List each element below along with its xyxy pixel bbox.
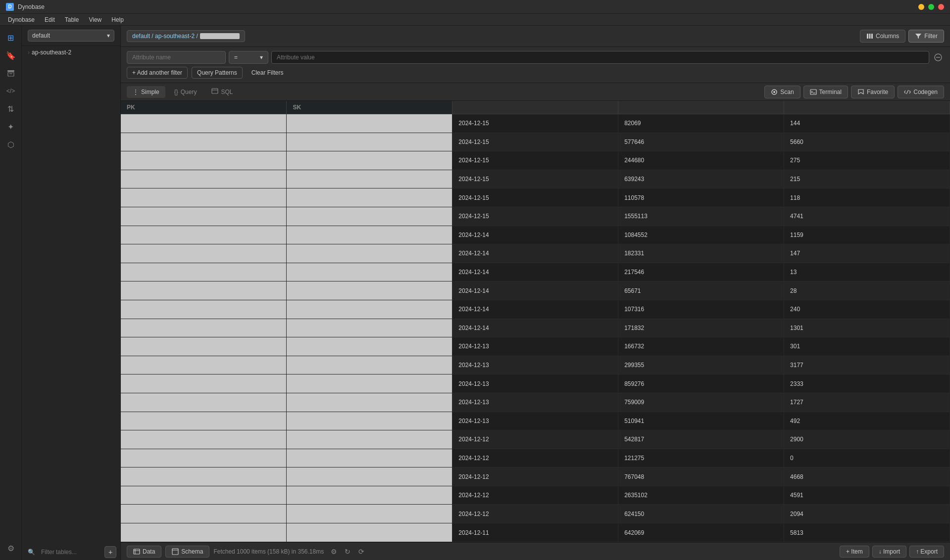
table-row[interactable]: 2024-12-14182331147 [121, 244, 950, 263]
cell-date: 2024-12-13 [452, 393, 618, 412]
table-row[interactable]: 2024-12-13510941492 [121, 412, 950, 430]
query-bar: ⋮ Simple {} Query SQL Scan T [121, 83, 950, 101]
plugin-icon[interactable]: ✦ [3, 119, 19, 135]
terminal-button[interactable]: Terminal [803, 86, 848, 98]
cell-date: 2024-12-15 [452, 133, 618, 151]
table-row[interactable]: 2024-12-138592762333 [121, 374, 950, 393]
settings-icon[interactable]: ⚙ [3, 540, 19, 556]
window-controls [918, 4, 944, 10]
cell-date: 2024-12-12 [452, 430, 618, 449]
table-row[interactable]: 2024-12-125428172900 [121, 430, 950, 449]
table-row[interactable]: 2024-12-1421754613 [121, 263, 950, 281]
tab-sql[interactable]: SQL [205, 85, 239, 98]
package-icon[interactable]: ⬡ [3, 137, 19, 152]
favorite-button[interactable]: Favorite [851, 86, 895, 98]
table-row[interactable]: 2024-12-146567128 [121, 281, 950, 300]
add-item-button[interactable]: + Item [840, 546, 869, 558]
cell-value2: 240 [784, 300, 950, 319]
refresh-status-icon[interactable]: ↻ [342, 546, 353, 558]
table-row[interactable]: 2024-12-155776465660 [121, 133, 950, 151]
table-row[interactable]: 2024-12-14107316240 [121, 300, 950, 319]
favorite-icon [857, 89, 864, 95]
archive-icon[interactable] [3, 65, 19, 81]
cell-date: 2024-12-13 [452, 337, 618, 356]
clear-filters-button[interactable]: Clear Filters [247, 67, 289, 78]
table-row[interactable]: 2024-12-1582069144 [121, 114, 950, 133]
remove-filter-button[interactable] [932, 51, 944, 63]
menu-dynobase[interactable]: Dynobase [4, 15, 39, 24]
codegen-icon [904, 89, 911, 95]
export-button[interactable]: ↑ Export [909, 546, 944, 558]
table-row[interactable]: 2024-12-126241502094 [121, 505, 950, 523]
attribute-name-input[interactable] [127, 51, 226, 64]
tab-simple[interactable]: ⋮ Simple [127, 86, 165, 98]
cell-value2: 2094 [784, 505, 950, 523]
table-row[interactable]: 2024-12-1515551134741 [121, 207, 950, 226]
filter-tables-input[interactable] [37, 547, 102, 558]
table-row[interactable]: 2024-12-116420695813 [121, 523, 950, 542]
cell-date: 2024-12-15 [452, 207, 618, 226]
code-icon[interactable]: </> [3, 83, 19, 99]
cell-value2: 144 [784, 114, 950, 133]
table-icon[interactable]: ⊞ [3, 30, 19, 46]
table-row[interactable]: 2024-12-141718321301 [121, 319, 950, 337]
table-row[interactable]: 2024-12-121212750 [121, 449, 950, 467]
menu-view[interactable]: View [85, 15, 105, 24]
columns-button[interactable]: Columns [860, 30, 905, 43]
columns-icon [866, 33, 873, 40]
region-header: default ▾ [22, 26, 120, 46]
cell-value1: 121275 [618, 449, 784, 467]
title-bar: D Dynobase [0, 0, 950, 14]
attribute-value-input[interactable] [271, 51, 929, 64]
data-tab[interactable]: Data [127, 546, 161, 558]
menu-help[interactable]: Help [107, 15, 128, 24]
menu-table[interactable]: Table [61, 15, 83, 24]
table-row[interactable]: 2024-12-127670484668 [121, 467, 950, 486]
tab-query[interactable]: {} Query [168, 86, 203, 98]
menu-bar: Dynobase Edit Table View Help [0, 14, 950, 26]
cell-date: 2024-12-12 [452, 486, 618, 505]
settings-status-icon[interactable]: ⚙ [328, 546, 340, 558]
table-row[interactable]: 2024-12-137590091727 [121, 393, 950, 412]
cell-value2: 28 [784, 281, 950, 300]
table-row[interactable]: 2024-12-15110578118 [121, 188, 950, 207]
cell-value2: 1159 [784, 226, 950, 244]
svg-rect-18 [172, 549, 178, 555]
query-patterns-button[interactable]: Query Patterns [192, 67, 243, 79]
cell-date: 2024-12-15 [452, 151, 618, 170]
cell-value1: 859276 [618, 374, 784, 393]
schema-tab[interactable]: Schema [165, 546, 209, 558]
cell-value1: 65671 [618, 281, 784, 300]
cell-date: 2024-12-12 [452, 449, 618, 467]
import-button[interactable]: ↓ Import [872, 546, 906, 558]
table-row[interactable]: 2024-12-1410845521159 [121, 226, 950, 244]
cell-date: 2024-12-11 [452, 523, 618, 542]
column-header-3 [452, 101, 618, 114]
operator-select[interactable]: = ▾ [229, 51, 268, 64]
table-row[interactable]: 2024-12-13166732301 [121, 337, 950, 356]
close-button[interactable] [938, 4, 944, 10]
region-selector[interactable]: default ▾ [28, 30, 114, 42]
cell-value1: 639243 [618, 170, 784, 188]
menu-edit[interactable]: Edit [41, 15, 59, 24]
table-row[interactable]: 2024-12-15639243215 [121, 170, 950, 188]
cell-value1: 110578 [618, 188, 784, 207]
maximize-button[interactable] [928, 4, 934, 10]
sync-status-icon[interactable]: ⟳ [355, 546, 367, 558]
codegen-button[interactable]: Codegen [898, 86, 944, 98]
cell-date: 2024-12-13 [452, 356, 618, 374]
add-table-button[interactable]: + [104, 546, 116, 558]
data-tab-icon [133, 548, 140, 555]
bookmark-icon[interactable]: 🔖 [3, 47, 19, 63]
table-row[interactable]: 2024-12-132993553177 [121, 356, 950, 374]
cell-value2: 4741 [784, 207, 950, 226]
add-filter-button[interactable]: + Add another filter [127, 67, 188, 79]
filter-button[interactable]: Filter [908, 30, 944, 43]
table-row[interactable]: 2024-12-15244680275 [121, 151, 950, 170]
transfer-icon[interactable]: ⇅ [3, 101, 19, 117]
cell-date: 2024-12-14 [452, 244, 618, 263]
table-row[interactable]: 2024-12-1226351024591 [121, 486, 950, 505]
minimize-button[interactable] [918, 4, 924, 10]
cell-date: 2024-12-15 [452, 188, 618, 207]
scan-button[interactable]: Scan [764, 86, 800, 98]
